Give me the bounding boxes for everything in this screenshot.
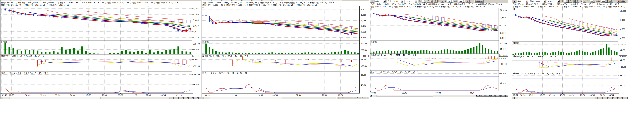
scrollbar-thumb[interactable]: [376, 95, 433, 97]
apply-button[interactable]: 適用: [608, 0, 614, 3]
instrument-type-select[interactable]: 先物▼: [516, 0, 529, 3]
chart-tool-button-6[interactable]: D: [612, 97, 615, 99]
chart-tool-button-2[interactable]: −: [176, 97, 178, 99]
chart-tool-button-5[interactable]: ▶: [184, 97, 186, 99]
collapse-section-icon[interactable]: ▼: [512, 55, 514, 57]
scroll-left-icon[interactable]: ◀: [512, 97, 514, 99]
spinner-icon[interactable]: ◢: [451, 0, 452, 2]
period-button-T[interactable]: T: [441, 0, 444, 3]
horizontal-scrollbar[interactable]: ◀▶◀+−✛■▶DIB⊕X⇥: [202, 97, 369, 99]
panel-menu-dropdown-icon[interactable]: ▼: [512, 0, 516, 3]
chart-tool-button-1[interactable]: +: [174, 97, 176, 99]
contract-month-select[interactable]: 11/09▼: [547, 0, 560, 3]
collapse-section-icon[interactable]: ▼: [512, 8, 514, 10]
period-button-日[interactable]: 日: [427, 0, 430, 3]
chart-tool-button-6[interactable]: D: [493, 95, 496, 97]
chart-tool-button-11[interactable]: ⇥: [625, 97, 628, 99]
scrollbar-track[interactable]: [372, 95, 476, 97]
period-button-週[interactable]: 週: [572, 0, 576, 3]
chart-tool-button-9[interactable]: ⊕: [500, 95, 503, 97]
chart-tool-button-3[interactable]: ✛: [178, 97, 181, 99]
minute-value-spinner[interactable]: 60◢: [590, 0, 595, 3]
spinner-icon[interactable]: ◢: [593, 0, 594, 2]
instrument-type-select[interactable]: 先物▼: [374, 0, 386, 3]
period-button-分[interactable]: 分: [580, 0, 583, 3]
chart-tool-button-11[interactable]: ⇥: [506, 95, 508, 97]
chart-tool-button-2[interactable]: −: [602, 97, 605, 99]
bar-count-spinner[interactable]: 500◢: [458, 0, 465, 3]
chart-tool-button-9[interactable]: ⊕: [620, 97, 622, 99]
chart-tool-button-4[interactable]: ■: [608, 97, 610, 99]
scroll-left-icon[interactable]: ◀: [0, 97, 3, 99]
horizontal-scrollbar[interactable]: ◀▶◀+−✛■▶DIB⊕X⇥: [0, 97, 201, 99]
collapse-section-icon[interactable]: ▼: [202, 55, 204, 57]
chart-tool-button-4[interactable]: ■: [349, 97, 351, 99]
scroll-left-icon[interactable]: ◀: [370, 95, 372, 97]
chart-tool-button-10[interactable]: X: [622, 97, 625, 99]
collapse-section-icon[interactable]: ▼: [370, 41, 372, 43]
instrument-select[interactable]: 日経225mini▼: [387, 0, 404, 3]
contract-month-select[interactable]: 11/09▼: [405, 0, 418, 3]
scrollbar-thumb[interactable]: [10, 97, 101, 99]
scroll-right-icon[interactable]: ▶: [336, 97, 339, 99]
minute-value-spinner[interactable]: 30◢: [448, 0, 453, 3]
collapse-section-icon[interactable]: ▼: [202, 6, 204, 8]
chart-tool-button-11[interactable]: ⇥: [366, 97, 369, 99]
spinner-icon[interactable]: ◢: [463, 0, 464, 2]
chart-tool-button-5[interactable]: ▶: [490, 95, 493, 97]
period-button-月[interactable]: 月: [434, 0, 437, 3]
day-interval-spinner[interactable]: 1◢: [564, 0, 568, 3]
chart-tool-button-7[interactable]: I: [356, 97, 359, 99]
period-button-週[interactable]: 週: [430, 0, 433, 3]
chart-tool-button-3[interactable]: ✛: [486, 95, 488, 97]
chart-tool-button-5[interactable]: ▶: [610, 97, 612, 99]
day-interval-spinner[interactable]: 1◢: [422, 0, 426, 3]
multi-symbol-button[interactable]: 複数銘柄: [474, 0, 484, 3]
collapse-section-icon[interactable]: ▼: [512, 72, 514, 74]
horizontal-scrollbar[interactable]: ◀▶◀+−✛■▶DIB⊕X⇥: [512, 97, 628, 99]
scroll-right-icon[interactable]: ▶: [169, 97, 171, 99]
chart-tool-button-0[interactable]: ◀: [171, 97, 174, 99]
chart-tool-button-9[interactable]: ⊕: [361, 97, 364, 99]
collapse-section-icon[interactable]: ▼: [370, 54, 372, 56]
chart-tool-button-8[interactable]: B: [618, 97, 620, 99]
chart-tool-button-11[interactable]: ⇥: [198, 97, 201, 99]
chart-tool-button-0[interactable]: ◀: [339, 97, 341, 99]
bar-count-spinner[interactable]: 500◢: [601, 0, 608, 3]
chart-tool-button-3[interactable]: ✛: [605, 97, 608, 99]
scrollbar-track[interactable]: [204, 97, 336, 99]
period-button-月[interactable]: 月: [576, 0, 579, 3]
instrument-select[interactable]: 日経225mini▼: [529, 0, 546, 3]
scroll-right-icon[interactable]: ▶: [476, 95, 478, 97]
apply-button[interactable]: 適用: [466, 0, 471, 3]
chart-tool-button-3[interactable]: ✛: [346, 97, 349, 99]
chart-tool-button-4[interactable]: ■: [181, 97, 184, 99]
chart-tool-button-2[interactable]: −: [344, 97, 346, 99]
period-button-日[interactable]: 日: [569, 0, 572, 3]
spinner-icon[interactable]: ◢: [424, 0, 426, 2]
collapse-section-icon[interactable]: ▼: [202, 72, 204, 74]
chart-tool-button-1[interactable]: +: [480, 95, 483, 97]
chart-tool-button-1[interactable]: +: [341, 97, 344, 99]
scrollbar-track[interactable]: [3, 97, 169, 99]
scrollbar-track[interactable]: [514, 97, 595, 99]
horizontal-scrollbar[interactable]: ◀▶◀+−✛■▶DIB⊕X⇥: [370, 95, 508, 97]
scroll-left-icon[interactable]: ◀: [202, 97, 204, 99]
chart-tool-button-8[interactable]: B: [191, 97, 194, 99]
chart-tool-button-8[interactable]: B: [359, 97, 361, 99]
chart-tool-button-0[interactable]: ◀: [598, 97, 600, 99]
scrollbar-thumb[interactable]: [210, 97, 282, 99]
chart-tool-button-10[interactable]: X: [364, 97, 366, 99]
collapse-section-icon[interactable]: ▼: [370, 8, 372, 10]
spinner-icon[interactable]: ◢: [605, 0, 607, 2]
panel-menu-dropdown-icon[interactable]: ▼: [370, 0, 374, 3]
chart-tool-button-9[interactable]: ⊕: [194, 97, 196, 99]
spinner-icon[interactable]: ◢: [566, 0, 568, 2]
scrollbar-thumb[interactable]: [518, 97, 562, 99]
period-button-分[interactable]: 分: [437, 0, 440, 3]
chart-tool-button-7[interactable]: I: [615, 97, 618, 99]
chart-tool-button-0[interactable]: ◀: [478, 95, 480, 97]
chart-tool-button-5[interactable]: ▶: [351, 97, 354, 99]
chart-tool-button-10[interactable]: X: [503, 95, 506, 97]
period-button-T[interactable]: T: [583, 0, 586, 3]
